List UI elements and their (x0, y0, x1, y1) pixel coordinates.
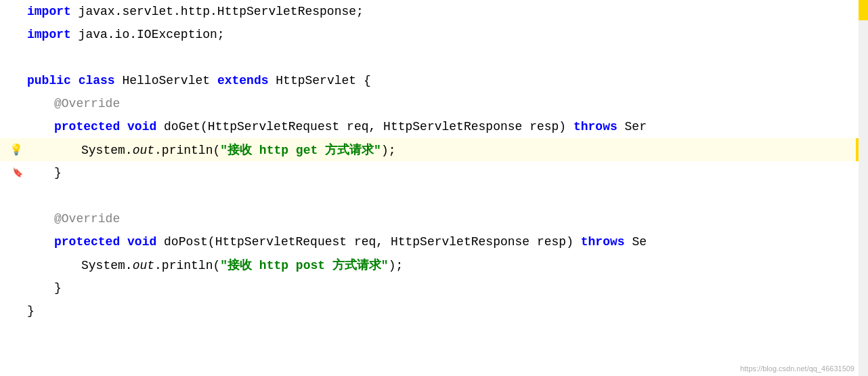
gutter-7: 💡 (0, 138, 27, 161)
scrollbar-thumb[interactable] (859, 0, 868, 20)
line-2-content: import java.io.IOException; (27, 28, 225, 41)
code-line-1: import javax.servlet.http.HttpServletRes… (0, 0, 868, 23)
code-line-5: @Override (0, 92, 868, 115)
gutter-9 (0, 184, 27, 207)
code-line-7: 💡 System.out.println("接收 http get 方式请求")… (0, 138, 868, 161)
line-6-content: protected void doGet(HttpServletRequest … (27, 120, 647, 133)
line-13-content: } (27, 281, 62, 295)
gutter-1 (0, 0, 27, 23)
code-line-13: } (0, 276, 868, 299)
line-12-content: System.out.println("接收 http post 方式请求"); (27, 257, 403, 273)
gutter-11 (0, 230, 27, 253)
line-10-content: @Override (27, 212, 120, 226)
gutter-3 (0, 46, 27, 69)
line-1-content: import javax.servlet.http.HttpServletRes… (27, 5, 364, 18)
line-4-content: public class HelloServlet extends HttpSe… (27, 74, 371, 87)
gutter-13 (0, 276, 27, 299)
code-line-4: public class HelloServlet extends HttpSe… (0, 69, 868, 92)
line-14-content: } (27, 304, 35, 318)
gutter-8: 🔖 (0, 161, 27, 184)
code-line-11: protected void doPost(HttpServletRequest… (0, 230, 868, 253)
scrollbar-right[interactable] (859, 0, 868, 376)
gutter-6 (0, 115, 27, 138)
code-container: import javax.servlet.http.HttpServletRes… (0, 0, 868, 322)
code-line-2: import java.io.IOException; (0, 23, 868, 46)
line-9-content (27, 189, 35, 203)
code-line-14: } (0, 299, 868, 322)
code-line-12: System.out.println("接收 http post 方式请求"); (0, 253, 868, 276)
gutter-10 (0, 207, 27, 230)
line-5-content: @Override (27, 97, 120, 110)
gutter-14 (0, 299, 27, 322)
line-8-content: } (27, 166, 62, 180)
code-line-10: @Override (0, 207, 868, 230)
code-editor: import javax.servlet.http.HttpServletRes… (0, 0, 868, 376)
code-line-9 (0, 184, 868, 207)
code-line-3 (0, 46, 868, 69)
gutter-4 (0, 69, 27, 92)
watermark: https://blog.csdn.net/qq_46631509 (740, 364, 854, 373)
code-line-8: 🔖 } (0, 161, 868, 184)
line-7-content: System.out.println("接收 http get 方式请求"); (27, 142, 395, 158)
bulb-icon: 💡 (9, 143, 23, 156)
code-line-6: protected void doGet(HttpServletRequest … (0, 115, 868, 138)
gutter-2 (0, 23, 27, 46)
gutter-12 (0, 253, 27, 276)
line-3-content (27, 51, 35, 64)
line-11-content: protected void doPost(HttpServletRequest… (27, 235, 647, 249)
gutter-5 (0, 92, 27, 115)
